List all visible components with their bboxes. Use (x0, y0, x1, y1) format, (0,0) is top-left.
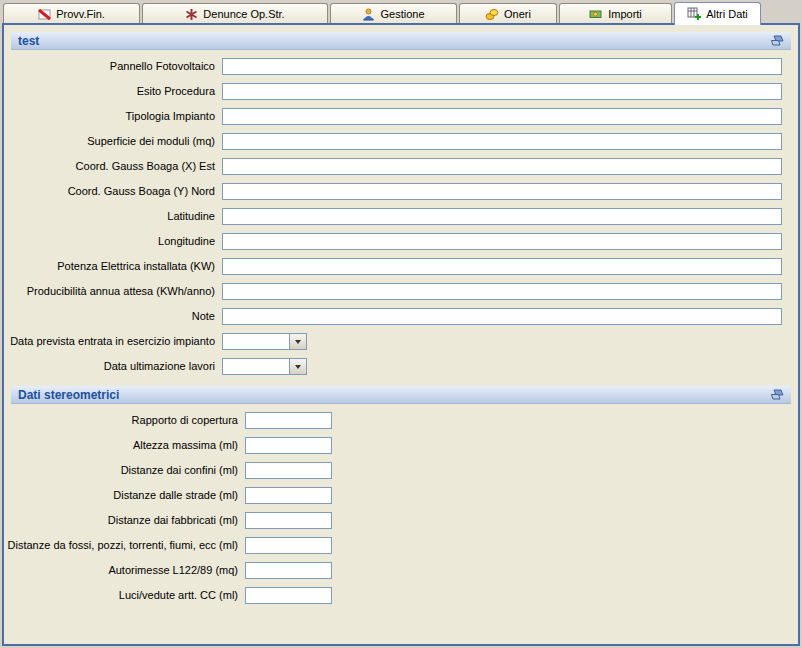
form-row: Latitudine (4, 204, 798, 229)
tab-label: Importi (608, 9, 642, 20)
field-label: Autorimesse L122/89 (mq) (4, 564, 245, 577)
chevron-down-icon (295, 340, 301, 344)
field-label: Distanze dalle strade (ml) (4, 489, 245, 502)
distanze-strade-input[interactable] (245, 487, 332, 504)
form-dati-stereometrici: Rapporto di copertura Altezza massima (m… (4, 404, 798, 608)
money-icon (589, 8, 603, 21)
distanze-confini-input[interactable] (245, 462, 332, 479)
form-row: Producibilità annua attesa (KWh/anno) (4, 279, 798, 304)
data-entrata-esercizio-dropdown-button[interactable] (290, 333, 307, 350)
latitudine-input[interactable] (222, 208, 782, 225)
rapporto-copertura-input[interactable] (245, 412, 332, 429)
form-row: Distanze dai confini (ml) (4, 458, 798, 483)
form-row: Tipologia Impianto (4, 104, 798, 129)
form-test: Pannello Fotovoltaico Esito Procedura Ti… (4, 50, 798, 379)
tab-label: Oneri (504, 9, 531, 20)
coins-icon (485, 8, 499, 21)
field-label: Latitudine (4, 210, 222, 223)
esito-procedura-input[interactable] (222, 83, 782, 100)
tab-label: Denunce Op.Str. (203, 9, 284, 20)
field-label: Superficie dei moduli (mq) (4, 135, 222, 148)
longitudine-input[interactable] (222, 233, 782, 250)
chevron-down-icon (295, 365, 301, 369)
form-row: Superficie dei moduli (mq) (4, 129, 798, 154)
tab-label: Altri Dati (706, 9, 748, 20)
form-row: Distanze dalle strade (ml) (4, 483, 798, 508)
field-label: Rapporto di copertura (4, 414, 245, 427)
eraser-icon[interactable] (769, 35, 784, 47)
field-label: Altezza massima (ml) (4, 439, 245, 452)
app-window: Provv.Fin. Denunce Op.Str. Gestione Oner… (0, 0, 802, 648)
distanze-fabbricati-input[interactable] (245, 512, 332, 529)
form-row: Coord. Gauss Boaga (X) Est (4, 154, 798, 179)
field-label: Coord. Gauss Boaga (X) Est (4, 160, 222, 173)
content-panel: test Pannello Fotovoltaico Esito Procedu… (2, 23, 800, 646)
field-label: Distanze da fossi, pozzi, torrenti, fium… (4, 539, 245, 552)
field-label: Note (4, 310, 222, 323)
field-label: Longitudine (4, 235, 222, 248)
field-label: Distanze dai fabbricati (ml) (4, 514, 245, 527)
tab-oneri[interactable]: Oneri (459, 3, 557, 24)
superficie-moduli-input[interactable] (222, 133, 782, 150)
form-row: Luci/vedute artt. CC (ml) (4, 583, 798, 608)
autorimesse-input[interactable] (245, 562, 332, 579)
form-row: Coord. Gauss Boaga (Y) Nord (4, 179, 798, 204)
tab-label: Gestione (380, 9, 424, 20)
coord-gauss-x-est-input[interactable] (222, 158, 782, 175)
field-label: Tipologia Impianto (4, 110, 222, 123)
distanze-fossi-input[interactable] (245, 537, 332, 554)
form-row: Data ultimazione lavori (4, 354, 798, 379)
tab-denunce-op-str[interactable]: Denunce Op.Str. (142, 3, 328, 24)
note-input[interactable] (222, 308, 782, 325)
field-label: Luci/vedute artt. CC (ml) (4, 589, 245, 602)
form-row: Pannello Fotovoltaico (4, 54, 798, 79)
pannello-fotovoltaico-input[interactable] (222, 58, 782, 75)
field-label: Potenza Elettrica installata (KW) (4, 260, 222, 273)
field-label: Data prevista entrata in esercizio impia… (4, 335, 222, 348)
section-title: Dati stereometrici (18, 388, 119, 402)
form-row: Longitudine (4, 229, 798, 254)
data-ultimazione-lavori-dropdown-button[interactable] (290, 358, 307, 375)
tab-label: Provv.Fin. (56, 9, 105, 20)
eraser-icon[interactable] (769, 389, 784, 401)
potenza-elettrica-input[interactable] (222, 258, 782, 275)
altezza-massima-input[interactable] (245, 437, 332, 454)
field-label: Producibilità annua attesa (KWh/anno) (4, 285, 222, 298)
person-icon (362, 8, 375, 21)
luci-vedute-input[interactable] (245, 587, 332, 604)
tab-gestione[interactable]: Gestione (330, 3, 457, 24)
form-row: Autorimesse L122/89 (mq) (4, 558, 798, 583)
section-header-test: test (11, 32, 791, 50)
field-label: Pannello Fotovoltaico (4, 60, 222, 73)
form-row: Data prevista entrata in esercizio impia… (4, 329, 798, 354)
field-label: Data ultimazione lavori (4, 360, 222, 373)
table-add-icon (687, 7, 701, 21)
tab-provv-fin[interactable]: Provv.Fin. (3, 3, 140, 24)
form-row: Rapporto di copertura (4, 408, 798, 433)
data-entrata-esercizio-input[interactable] (222, 333, 290, 350)
field-label: Coord. Gauss Boaga (Y) Nord (4, 185, 222, 198)
form-row: Note (4, 304, 798, 329)
form-row: Altezza massima (ml) (4, 433, 798, 458)
coord-gauss-y-nord-input[interactable] (222, 183, 782, 200)
provv-fin-icon (38, 8, 51, 21)
form-row: Esito Procedura (4, 79, 798, 104)
field-label: Distanze dai confini (ml) (4, 464, 245, 477)
field-label: Esito Procedura (4, 85, 222, 98)
section-title: test (18, 34, 39, 48)
tab-importi[interactable]: Importi (559, 3, 672, 24)
data-ultimazione-lavori-input[interactable] (222, 358, 290, 375)
section-header-dati-stereometrici: Dati stereometrici (11, 386, 791, 404)
tab-strip: Provv.Fin. Denunce Op.Str. Gestione Oner… (0, 0, 802, 24)
form-row: Distanze da fossi, pozzi, torrenti, fium… (4, 533, 798, 558)
tipologia-impianto-input[interactable] (222, 108, 782, 125)
form-row: Distanze dai fabbricati (ml) (4, 508, 798, 533)
tab-altri-dati[interactable]: Altri Dati (674, 2, 761, 25)
denunce-icon (185, 8, 198, 21)
form-row: Potenza Elettrica installata (KW) (4, 254, 798, 279)
producibilita-annua-input[interactable] (222, 283, 782, 300)
